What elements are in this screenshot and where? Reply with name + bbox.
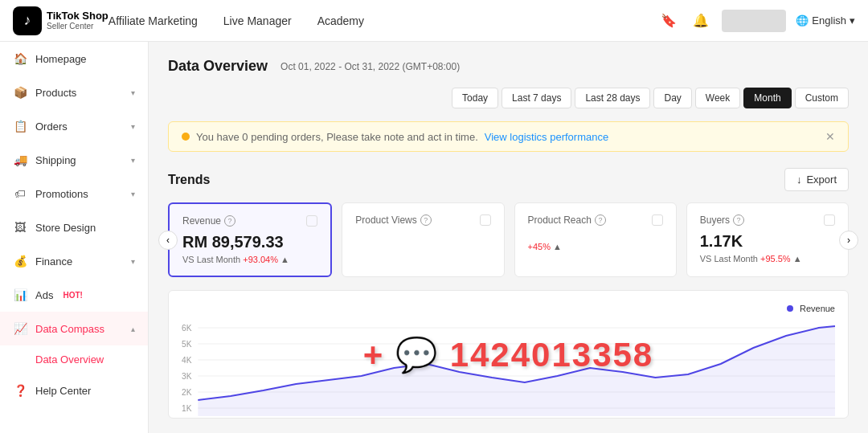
tiktok-icon: ♪: [13, 6, 42, 35]
sidebar-item-finance[interactable]: 💰 Finance ▾: [0, 244, 148, 278]
sidebar-item-promotions[interactable]: 🏷 Promotions ▾: [0, 177, 148, 210]
nav-links: Affiliate Marketing Live Manager Academy: [108, 11, 658, 31]
svg-marker-12: [198, 326, 835, 416]
chevron-icon-data-compass: ▴: [131, 325, 135, 333]
nav-link-academy[interactable]: Academy: [317, 11, 364, 31]
alert-dot: [182, 133, 190, 141]
filter-last7[interactable]: Last 7 days: [502, 88, 571, 108]
legend-label-revenue: Revenue: [800, 304, 835, 313]
sidebar-item-ads[interactable]: 📊 Ads HOT!: [0, 278, 148, 312]
product-reach-checkbox[interactable]: [652, 214, 663, 226]
buyers-info-icon[interactable]: ?: [733, 214, 744, 226]
sidebar-item-shipping[interactable]: 🚚 Shipping ▾: [0, 143, 148, 177]
bookmark-icon[interactable]: 🔖: [657, 10, 680, 32]
sidebar-item-products[interactable]: 📦 Products ▾: [0, 76, 148, 109]
alert-close-icon[interactable]: ✕: [825, 130, 835, 143]
sidebar: 🏠 Homepage 📦 Products ▾ 📋 Orders ▾ 🚚 Shi…: [0, 42, 149, 433]
trends-title: Trends: [168, 173, 210, 187]
nav-link-affiliate[interactable]: Affiliate Marketing: [108, 11, 198, 31]
revenue-label: Revenue: [182, 215, 221, 227]
sidebar-item-store-design[interactable]: 🖼 Store Design: [0, 210, 148, 244]
main-content: Data Overview Oct 01, 2022 - Oct 31, 202…: [149, 42, 868, 433]
chevron-icon-promotions: ▾: [131, 190, 135, 198]
buyers-change: VS Last Month +95.5% ▲: [700, 254, 835, 263]
export-icon: ↓: [796, 174, 802, 186]
promotions-icon: 🏷: [13, 186, 27, 201]
product-views-info-icon[interactable]: ?: [420, 214, 432, 226]
scroll-left-arrow[interactable]: ‹: [158, 231, 178, 250]
sidebar-label-orders: Orders: [35, 121, 68, 133]
alert-banner: You have 0 pending orders, Please take n…: [168, 121, 849, 152]
product-reach-label: Product Reach: [528, 214, 592, 226]
metrics-row: ‹ Revenue ? RM 89,579.33 VS Last Month +…: [168, 202, 849, 277]
export-label: Export: [806, 174, 837, 186]
metric-card-buyers[interactable]: Buyers ? 1.17K VS Last Month +95.5% ▲: [686, 202, 849, 277]
user-avatar[interactable]: [722, 10, 786, 32]
revenue-info-icon[interactable]: ?: [224, 215, 235, 227]
chart-legend: Revenue: [182, 304, 835, 313]
sidebar-label-help: Help Center: [35, 385, 91, 397]
ads-icon: 📊: [13, 288, 27, 302]
chevron-icon-shipping: ▾: [131, 156, 135, 165]
sidebar-label-finance: Finance: [35, 255, 72, 268]
alert-text: You have 0 pending orders, Please take n…: [196, 131, 478, 143]
lang-label: English: [812, 14, 846, 27]
sidebar-label-ads: Ads: [35, 289, 53, 301]
alert-link[interactable]: View logistics performance: [485, 131, 608, 143]
export-button[interactable]: ↓ Export: [784, 168, 849, 191]
sidebar-subitem-data-overview[interactable]: Data Overview: [0, 345, 148, 374]
svg-text:5K: 5K: [182, 340, 192, 349]
date-range: Oct 01, 2022 - Oct 31, 2022 (GMT+08:00): [280, 61, 460, 72]
trends-header: Trends ↓ Export: [168, 168, 849, 191]
buyers-checkbox[interactable]: [824, 214, 835, 226]
data-header: Data Overview Oct 01, 2022 - Oct 31, 202…: [168, 58, 849, 108]
metric-card-product-views[interactable]: Product Views ?: [342, 202, 504, 277]
sidebar-item-data-compass[interactable]: 📈 Data Compass ▴: [0, 312, 148, 345]
sidebar-label-data-compass: Data Compass: [35, 323, 104, 335]
sidebar-item-homepage[interactable]: 🏠 Homepage: [0, 42, 148, 76]
sidebar-item-orders[interactable]: 📋 Orders ▾: [0, 109, 148, 143]
filter-week[interactable]: Week: [695, 88, 740, 108]
top-navigation: ♪ TikTok Shop Seller Center Affiliate Ma…: [0, 0, 868, 42]
sidebar-label-products: Products: [35, 87, 76, 99]
sidebar-label-store-design: Store Design: [35, 222, 96, 234]
nav-right: 🔖 🔔 🌐 English ▾: [657, 10, 855, 32]
logo-area: ♪ TikTok Shop Seller Center: [13, 6, 108, 35]
help-icon: ❓: [13, 383, 27, 398]
revenue-change-value: +93.04%: [243, 255, 278, 264]
filter-day[interactable]: Day: [653, 88, 691, 108]
product-reach-value: [528, 232, 663, 239]
buyers-label: Buyers: [700, 214, 730, 226]
date-filters: Today Last 7 days Last 28 days Day Week …: [452, 88, 849, 108]
filter-custom[interactable]: Custom: [795, 88, 849, 108]
scroll-right-arrow[interactable]: ›: [839, 231, 858, 250]
notification-icon[interactable]: 🔔: [690, 10, 712, 32]
buyers-vs-label: VS Last Month: [700, 254, 758, 263]
chevron-icon: ▾: [131, 88, 135, 97]
product-views-checkbox[interactable]: [480, 214, 491, 226]
product-reach-info-icon[interactable]: ?: [595, 214, 606, 226]
logo-subtitle: Seller Center: [47, 22, 108, 31]
sidebar-label-promotions: Promotions: [35, 188, 88, 200]
logo-title: TikTok Shop: [47, 10, 108, 22]
filter-last28[interactable]: Last 28 days: [575, 88, 650, 108]
buyers-value: 1.17K: [700, 232, 835, 251]
metric-card-product-reach[interactable]: Product Reach ? +45% ▲: [514, 202, 677, 277]
language-selector[interactable]: 🌐 English ▾: [796, 14, 855, 27]
svg-text:2K: 2K: [182, 388, 192, 397]
revenue-change: VS Last Month +93.04% ▲: [182, 255, 317, 264]
nav-link-live[interactable]: Live Manager: [223, 11, 292, 31]
sidebar-item-help-center[interactable]: ❓ Help Center: [0, 374, 148, 407]
svg-text:4K: 4K: [182, 356, 192, 365]
finance-icon: 💰: [13, 254, 27, 268]
metric-card-revenue[interactable]: Revenue ? RM 89,579.33 VS Last Month +93…: [168, 202, 332, 277]
filter-month[interactable]: Month: [743, 88, 791, 108]
product-views-label: Product Views: [355, 214, 416, 226]
sidebar-label-homepage: Homepage: [35, 53, 87, 65]
svg-text:1K: 1K: [182, 404, 192, 413]
revenue-checkbox[interactable]: [306, 215, 317, 227]
chevron-icon-orders: ▾: [131, 122, 135, 131]
filter-today[interactable]: Today: [452, 88, 498, 108]
chevron-down-icon: ▾: [850, 14, 855, 27]
logo-text: TikTok Shop Seller Center: [47, 10, 108, 32]
